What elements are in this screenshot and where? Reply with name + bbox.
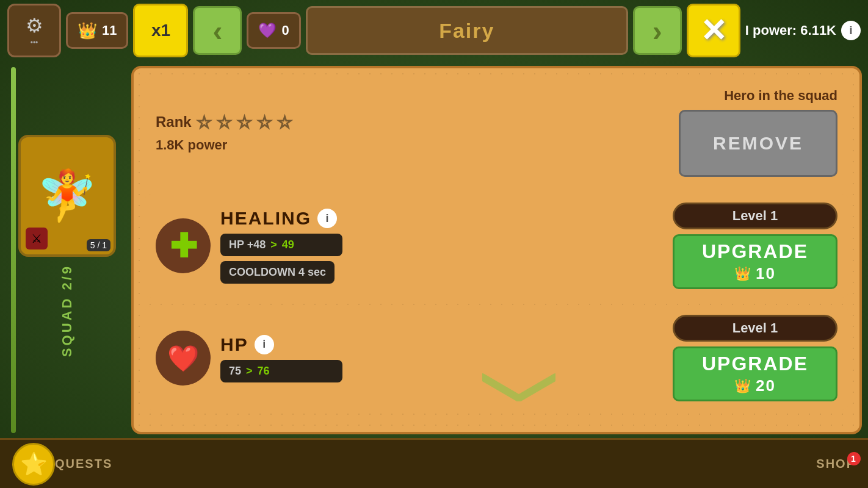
healing-cooldown-label: COOLDOWN 4 sec <box>229 266 326 279</box>
power-info-button[interactable]: i <box>841 21 861 40</box>
gem-icon: 💜 <box>258 22 277 39</box>
quests-button[interactable]: QUESTS <box>55 457 112 471</box>
gear-button[interactable]: ⚙ ••• <box>7 4 61 57</box>
hp-current-value: 75 <box>229 365 241 378</box>
hero-title: Fairy <box>306 6 628 55</box>
prev-arrow-button[interactable]: ‹ <box>193 6 242 55</box>
healing-upgrade-label: UPGRADE <box>702 240 808 263</box>
hp-upgrade-cost: 👑 20 <box>734 376 776 395</box>
hp-stat-bar: 75 > 76 <box>220 360 342 382</box>
hp-coin-icon: 👑 <box>734 378 752 394</box>
squad-label: SQUAD 2/9 <box>59 264 75 357</box>
star-2: ☆ <box>217 112 232 132</box>
hero-info-section: Rank ☆ ☆ ☆ ☆ ☆ 1.8K power Hero in the sq… <box>145 79 848 185</box>
gold-display: 👑 11 <box>66 12 128 49</box>
healing-hp-stat-bar: HP +48 > 49 <box>220 234 342 256</box>
rank-row: Rank ☆ ☆ ☆ ☆ ☆ <box>156 112 292 132</box>
healing-info-button[interactable]: i <box>317 209 337 228</box>
top-bar: ⚙ ••• 👑 11 x1 ‹ 💜 0 Fairy › ✕ I power: 6… <box>0 0 868 61</box>
hp-upgrade-area: Level 1 UPGRADE 👑 20 <box>673 315 837 401</box>
healing-ability-card: ✚ HEALING i HP +48 > 49 COOLDOWN 4 sec L… <box>145 194 848 298</box>
info-icon: i <box>849 24 852 37</box>
hp-new-value: 76 <box>258 365 270 378</box>
remove-button[interactable]: REMOVE <box>679 110 837 177</box>
hp-name-row: HP i <box>220 334 663 355</box>
hero-count-label: 5 / 1 <box>87 239 110 251</box>
healing-ability-details: HEALING i HP +48 > 49 COOLDOWN 4 sec <box>220 208 663 284</box>
x1-label: x1 <box>151 21 170 40</box>
star-1: ☆ <box>197 112 212 132</box>
power-display: I power: 6.11K i <box>745 21 861 40</box>
remove-label: REMOVE <box>713 133 803 153</box>
shop-notification-badge: 1 <box>847 452 861 465</box>
star-button[interactable]: ⭐ <box>12 443 55 486</box>
x1-button[interactable]: x1 <box>133 4 188 57</box>
hp-upgrade-button[interactable]: UPGRADE 👑 20 <box>673 346 837 401</box>
rank-area: Rank ☆ ☆ ☆ ☆ ☆ 1.8K power <box>156 112 292 153</box>
healing-info-icon: i <box>325 212 328 225</box>
healing-ability-icon: ✚ <box>156 218 211 273</box>
monster-badge-icon: ⚔ <box>26 228 48 249</box>
healing-upgrade-button[interactable]: UPGRADE 👑 10 <box>673 234 837 289</box>
hero-power-text: 1.8K power <box>156 137 292 153</box>
hp-info-icon: i <box>262 338 266 351</box>
heart-icon: ❤️ <box>167 343 199 373</box>
hp-ability-icon: ❤️ <box>156 331 211 386</box>
hp-arrow: > <box>246 365 253 378</box>
hp-cost-value: 20 <box>756 376 776 395</box>
healing-level-badge: Level 1 <box>673 203 837 229</box>
healing-cost-value: 10 <box>756 264 776 283</box>
hero-name-label: Fairy <box>439 19 494 43</box>
hp-ability-card: ❤️ HP i 75 > 76 Level 1 UPGRADE <box>145 306 848 410</box>
star-3: ☆ <box>237 112 252 132</box>
close-icon: ✕ <box>700 12 727 49</box>
main-panel: Rank ☆ ☆ ☆ ☆ ☆ 1.8K power Hero in the sq… <box>131 66 862 434</box>
gold-count: 11 <box>102 23 117 38</box>
gear-icon: ⚙ <box>26 14 43 37</box>
gem-display: 💜 0 <box>247 12 300 49</box>
hp-upgrade-label: UPGRADE <box>702 353 808 375</box>
left-sidebar: 🧚 5 / 1 ⚔ SQUAD 2/9 <box>0 61 134 439</box>
healing-coin-icon: 👑 <box>734 266 752 282</box>
healing-ability-name: HEALING <box>220 208 311 229</box>
hero-sprite: 🧚 <box>37 167 98 224</box>
shop-button[interactable]: SHOP 1 <box>816 457 856 471</box>
healing-cross-icon: ✚ <box>170 229 197 262</box>
healing-cooldown-bar: COOLDOWN 4 sec <box>220 261 335 284</box>
healing-hp-new-value: 49 <box>282 239 294 251</box>
star-icon: ⭐ <box>20 451 48 477</box>
hero-card: 🧚 5 / 1 ⚔ <box>18 135 116 257</box>
close-button[interactable]: ✕ <box>687 4 740 57</box>
hero-in-squad-label: Hero in the squad <box>724 88 837 104</box>
hp-ability-details: HP i 75 > 76 <box>220 334 663 382</box>
healing-name-row: HEALING i <box>220 208 663 229</box>
star-5: ☆ <box>277 112 292 132</box>
right-arrow-icon: › <box>653 14 662 48</box>
gem-count: 0 <box>281 23 289 38</box>
healing-hp-arrow: > <box>270 239 277 251</box>
power-value: I power: 6.11K <box>745 23 836 38</box>
healing-upgrade-area: Level 1 UPGRADE 👑 10 <box>673 203 837 289</box>
crown-icon: 👑 <box>78 21 97 40</box>
gear-dots: ••• <box>31 38 38 47</box>
rank-label: Rank <box>156 113 192 131</box>
chevron-decoration <box>482 371 555 404</box>
hp-level-badge: Level 1 <box>673 315 837 342</box>
healing-upgrade-cost: 👑 10 <box>734 264 776 283</box>
hp-ability-name: HP <box>220 334 248 355</box>
healing-hp-label: HP +48 <box>229 239 266 251</box>
left-arrow-icon: ‹ <box>212 14 222 48</box>
next-arrow-button[interactable]: › <box>633 6 682 55</box>
star-4: ☆ <box>257 112 272 132</box>
hp-info-button[interactable]: i <box>255 335 274 354</box>
bottom-bar: ⭐ QUESTS SHOP 1 <box>0 438 868 488</box>
